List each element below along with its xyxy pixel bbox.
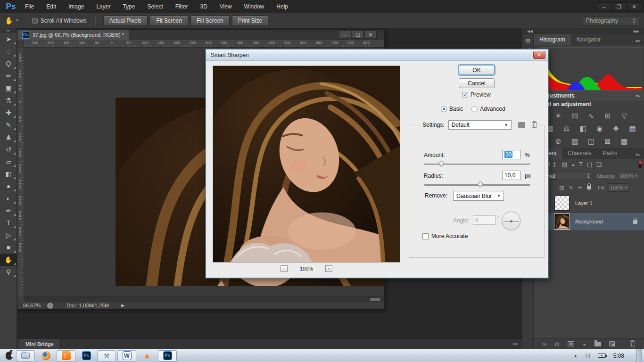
tab-mini-bridge[interactable]: Mini Bridge — [19, 339, 61, 349]
doc-maximize-button[interactable]: ▢ — [352, 31, 364, 39]
gradient-tool[interactable]: ◧◢ — [0, 168, 17, 180]
preview-checkbox[interactable] — [462, 92, 468, 98]
lock-transparency-icon[interactable]: ▨ — [559, 185, 564, 191]
doc-close-button[interactable]: ✕ — [364, 31, 377, 39]
collapse-right-icon[interactable]: ▶▶ — [634, 29, 639, 33]
hand-tool-icon[interactable]: ✋ — [5, 16, 14, 25]
move-tool[interactable]: ➤◢ — [0, 33, 17, 45]
tools-collapse-icon[interactable]: ▸▸ — [0, 28, 17, 33]
menu-3d[interactable]: 3D — [194, 0, 213, 13]
menu-help[interactable]: Help — [270, 0, 294, 13]
layer-mask-icon[interactable] — [568, 341, 574, 346]
dialog-close-button[interactable]: ✕ — [533, 51, 545, 59]
tray-expand-icon[interactable]: ▲ — [573, 354, 578, 358]
filter-shape-icon[interactable]: ▢ — [587, 161, 592, 168]
lock-pixels-icon[interactable]: ✎ — [569, 185, 573, 191]
document-tab[interactable]: Ps 37.jpg @ 66,7% (Background, RGB/8) * — [17, 30, 129, 40]
dialog-title-bar[interactable]: Smart Sharpen — [206, 49, 548, 61]
doc-minimize-button[interactable]: — — [339, 31, 351, 39]
show-desktop-button[interactable] — [636, 349, 642, 362]
advanced-radio-option[interactable]: Advanced — [471, 106, 505, 112]
amount-input[interactable]: 30 — [502, 150, 521, 159]
vibrance-icon[interactable]: ▽ — [619, 112, 629, 120]
ok-button[interactable]: OK — [459, 65, 495, 75]
settings-select[interactable]: Default ▼ — [448, 120, 512, 130]
layer-style-icon[interactable]: fx — [555, 341, 559, 347]
layer-row-layer-1[interactable]: Layer 1 — [534, 194, 644, 213]
save-settings-icon[interactable] — [518, 122, 525, 128]
path-selection-tool[interactable]: ▷◢ — [0, 229, 17, 241]
posterize-icon[interactable]: ▨ — [570, 137, 580, 146]
basic-radio[interactable] — [441, 106, 447, 112]
remove-select[interactable]: Gaussian Blur ▼ — [453, 191, 504, 201]
levels-icon[interactable]: ▤ — [570, 112, 580, 120]
panel-menu-icon[interactable]: ▾≡ — [513, 342, 518, 346]
taskbar-uc-browser[interactable]: ☾ — [57, 350, 75, 362]
filter-type-icon[interactable]: T — [579, 161, 583, 168]
taskbar-photoshop-active[interactable]: Ps — [158, 350, 177, 362]
group-icon[interactable] — [594, 342, 601, 346]
blur-tool[interactable]: ●◢ — [0, 180, 17, 192]
type-tool[interactable]: T◢ — [0, 217, 17, 229]
layer-row-background[interactable]: Background — [534, 213, 644, 231]
pen-tool[interactable]: ✒◢ — [0, 205, 17, 217]
color-lookup-icon[interactable]: ▦ — [627, 124, 638, 133]
dialog-preview-image[interactable] — [213, 66, 400, 263]
gradient-map-icon[interactable]: ⊠ — [603, 137, 613, 146]
curves-icon[interactable]: ∿ — [586, 112, 596, 120]
tab-paths[interactable]: Paths — [597, 148, 623, 159]
advanced-radio[interactable] — [471, 106, 478, 112]
selective-color-icon[interactable]: ▩ — [619, 137, 629, 146]
taskbar-explorer[interactable] — [16, 350, 35, 362]
marquee-tool[interactable]: ◌◢ — [0, 45, 17, 58]
status-menu-arrow-icon[interactable]: ▶ — [121, 303, 124, 308]
history-brush-tool[interactable]: ↺◢ — [0, 143, 17, 156]
menu-window[interactable]: Window — [238, 0, 271, 13]
threshold-icon[interactable]: ◫ — [586, 137, 596, 146]
app-restore-button[interactable]: ❐ — [612, 2, 626, 11]
zoom-in-button[interactable]: + — [325, 265, 332, 272]
properties-panel-icon[interactable]: ▤ — [522, 38, 533, 44]
taskbar-word[interactable]: W — [117, 350, 136, 362]
menu-select[interactable]: Select — [141, 0, 169, 13]
opacity-value[interactable]: 100% ▾ — [618, 172, 639, 180]
network-icon[interactable]: ⟨··⟩ — [585, 353, 590, 358]
menu-view[interactable]: View — [214, 0, 238, 13]
quick-selection-tool[interactable]: ✏◢ — [0, 70, 17, 82]
panel-menu-icon[interactable]: ▾≡ — [632, 37, 644, 45]
brush-tool[interactable]: ✎◢ — [0, 119, 17, 131]
delete-layer-icon[interactable] — [623, 341, 635, 347]
color-balance-icon[interactable]: ⚖ — [561, 124, 572, 133]
exposure-icon[interactable]: ⊞ — [603, 112, 613, 120]
lock-position-icon[interactable]: ✛ — [578, 185, 582, 191]
menu-file[interactable]: File — [19, 0, 40, 13]
tool-preset-arrow-icon[interactable]: ▼ — [16, 18, 19, 23]
link-layers-icon[interactable]: ∞ — [543, 341, 547, 347]
photo-filter-icon[interactable]: ◉ — [594, 124, 605, 133]
new-layer-icon[interactable] — [609, 341, 615, 346]
clone-stamp-tool[interactable]: ♟◢ — [0, 131, 17, 143]
amount-slider[interactable] — [424, 164, 530, 165]
filter-pixel-icon[interactable]: ▤ — [562, 161, 567, 168]
cancel-button[interactable]: Cancel — [459, 78, 495, 88]
collapse-left-icon[interactable]: ◀◀ — [527, 29, 533, 33]
filter-toggle[interactable] — [638, 161, 642, 168]
menu-image[interactable]: Image — [62, 0, 90, 13]
black-white-icon[interactable]: ◧ — [578, 124, 588, 133]
filter-adjustment-icon[interactable]: ◒ — [571, 161, 575, 168]
shape-tool[interactable]: ■◢ — [0, 241, 17, 254]
workspace-selector[interactable]: Photography ▲▼ — [583, 16, 639, 25]
zoom-tool[interactable]: ⚲◢ — [0, 266, 17, 278]
basic-radio-option[interactable]: Basic — [441, 106, 463, 112]
clock[interactable]: 5:08 — [613, 353, 624, 359]
crop-tool[interactable]: ▣◢ — [0, 82, 17, 94]
spot-healing-tool[interactable]: ✚◢ — [0, 107, 17, 119]
radius-slider[interactable] — [424, 184, 530, 186]
tab-navigator[interactable]: Navigator — [571, 34, 606, 45]
print-size-button[interactable]: Print Size — [232, 16, 268, 26]
panel-menu-icon[interactable]: ▾≡ — [632, 91, 644, 100]
menu-filter[interactable]: Filter — [169, 0, 194, 13]
eraser-tool[interactable]: ▱◢ — [0, 156, 17, 168]
tab-channels[interactable]: Channels — [562, 148, 597, 159]
adjustment-layer-icon[interactable]: ◒ — [583, 341, 586, 347]
